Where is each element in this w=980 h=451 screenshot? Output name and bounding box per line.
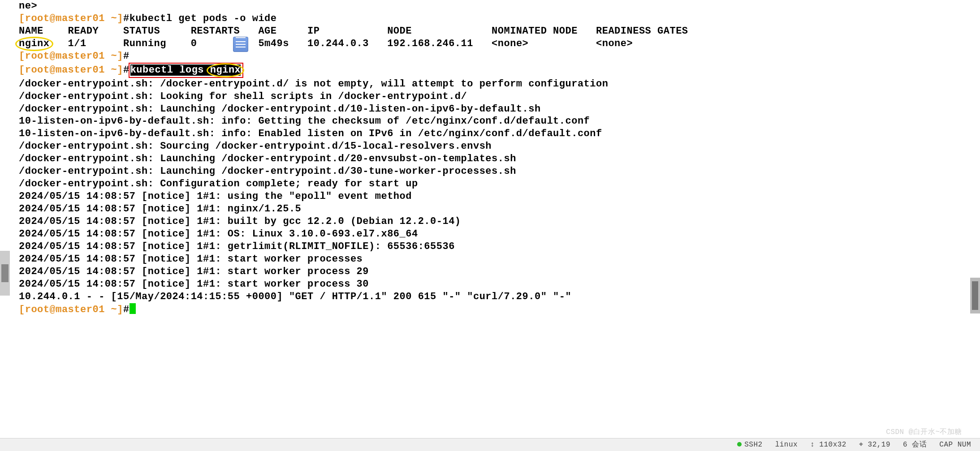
log-line: /docker-entrypoint.sh: /docker-entrypoin…: [19, 78, 980, 90]
log-line: /docker-entrypoint.sh: Looking for shell…: [19, 90, 980, 103]
log-line: 2024/05/15 14:08:57 [notice] 1#1: start …: [19, 266, 980, 278]
prompt-line[interactable]: [root@master01 ~]#: [19, 50, 980, 63]
prompt-line[interactable]: [root@master01 ~]#: [19, 303, 980, 316]
command-line: [root@master01 ~]#kubectl logs nginx: [19, 63, 980, 78]
log-line: /docker-entrypoint.sh: Launching /docker…: [19, 153, 980, 165]
terminal-pane[interactable]: ne>[root@master01 ~]#kubectl get pods -o…: [0, 0, 980, 316]
command-arg-circled: nginx: [210, 64, 241, 77]
log-line: /docker-entrypoint.sh: Sourcing /docker-…: [19, 140, 980, 153]
command-redbox: kubectl logs nginx: [129, 63, 244, 78]
table-header-row: NAME READY STATUS RESTARTS AGE IP NODE N…: [19, 25, 980, 38]
log-line: 2024/05/15 14:08:57 [notice] 1#1: nginx/…: [19, 203, 980, 215]
pod-name-highlight: nginx: [19, 38, 50, 50]
log-line: /docker-entrypoint.sh: Launching /docker…: [19, 165, 980, 178]
command-highlight: kubectl logs nginx: [130, 64, 241, 76]
log-line: 10-listen-on-ipv6-by-default.sh: info: G…: [19, 115, 980, 128]
left-scroll-handle[interactable]: [0, 251, 10, 296]
command-line: [root@master01 ~]#kubectl get pods -o wi…: [19, 13, 980, 25]
log-line: /docker-entrypoint.sh: Launching /docker…: [19, 103, 980, 116]
cursor: [130, 303, 136, 314]
command-text: kubectl get pods -o wide: [130, 13, 277, 24]
log-line: 2024/05/15 14:08:57 [notice] 1#1: start …: [19, 278, 980, 291]
log-line: 10.244.0.1 - - [15/May/2024:14:15:55 +00…: [19, 291, 980, 303]
clipboard-icon: [233, 37, 248, 52]
prompt-pound: #: [123, 13, 130, 24]
output-fragment: ne>: [19, 0, 980, 13]
log-line: /docker-entrypoint.sh: Configuration com…: [19, 178, 980, 190]
right-scroll-handle[interactable]: [970, 278, 980, 314]
log-line: 2024/05/15 14:08:57 [notice] 1#1: start …: [19, 253, 980, 266]
log-line: 2024/05/15 14:08:57 [notice] 1#1: OS: Li…: [19, 228, 980, 241]
log-line: 2024/05/15 14:08:57 [notice] 1#1: using …: [19, 190, 980, 203]
table-row: nginx 1/1 Running 0 5m49s 10.244.0.3 192…: [19, 38, 980, 50]
prompt-user: [root@master01 ~]: [19, 13, 123, 24]
log-line: 2024/05/15 14:08:57 [notice] 1#1: built …: [19, 215, 980, 228]
log-line: 10-listen-on-ipv6-by-default.sh: info: E…: [19, 128, 980, 140]
log-line: 2024/05/15 14:08:57 [notice] 1#1: getrli…: [19, 241, 980, 253]
